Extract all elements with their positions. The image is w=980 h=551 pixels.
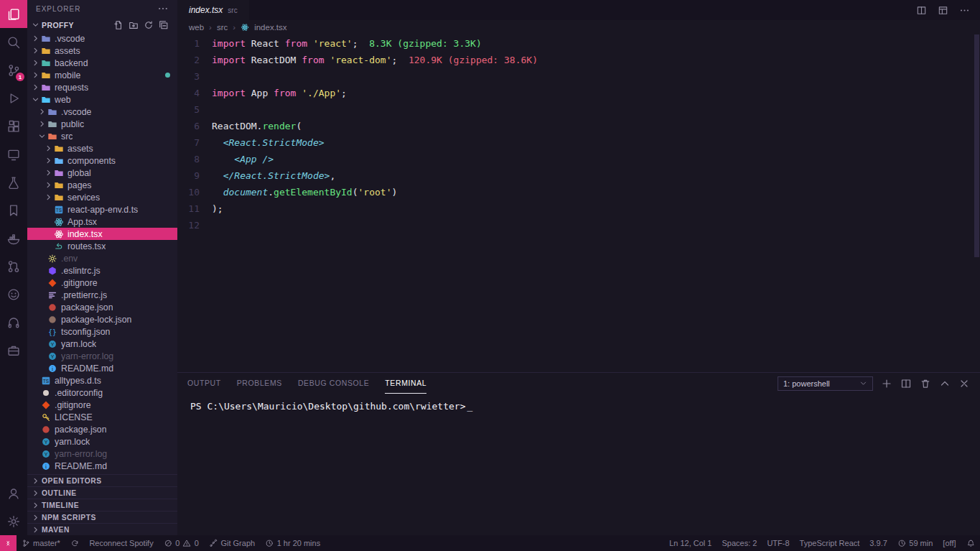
tree-item-mobile[interactable]: mobile xyxy=(27,69,177,81)
tree-item-components[interactable]: components xyxy=(27,154,177,167)
tree-item-pages[interactable]: pages xyxy=(27,179,177,191)
activity-item-remote-explorer[interactable] xyxy=(0,140,27,168)
activity-item-testing[interactable] xyxy=(0,168,27,196)
tree-item-backend[interactable]: backend xyxy=(27,57,177,69)
project-section-header[interactable]: PROFFY xyxy=(27,17,177,32)
tree-item-.vscode[interactable]: .vscode xyxy=(27,32,177,45)
tree-item-.env[interactable]: .env xyxy=(27,252,177,264)
tree-item-yarn-error.log[interactable]: Yyarn-error.log xyxy=(27,350,177,362)
chevron-right-icon[interactable] xyxy=(43,168,53,178)
tree-item-assets[interactable]: assets xyxy=(27,142,177,154)
chevron-down-icon[interactable] xyxy=(37,131,47,142)
more-actions-icon[interactable] xyxy=(959,5,970,16)
status-toggle-off[interactable]: [off] xyxy=(938,535,961,551)
chevron-right-icon[interactable] xyxy=(30,34,40,44)
tab-index-tsx[interactable]: index.tsx src xyxy=(177,0,249,20)
tree-item-.eslintrc.js[interactable]: .eslintrc.js xyxy=(27,264,177,277)
status-notifications[interactable] xyxy=(961,535,980,551)
status-language-mode[interactable]: TypeScript React xyxy=(795,535,865,551)
tree-item-readme.md[interactable]: iREADME.md xyxy=(27,460,177,472)
activity-item-audio[interactable] xyxy=(0,308,27,336)
tree-item-.editorconfig[interactable]: .editorconfig xyxy=(27,386,177,399)
new-folder-icon[interactable] xyxy=(129,20,139,30)
tree-item-yarn.lock[interactable]: Yyarn.lock xyxy=(27,338,177,350)
close-panel-icon[interactable] xyxy=(958,378,970,389)
breadcrumb-item-web[interactable]: web xyxy=(189,23,204,32)
tree-item-readme.md[interactable]: iREADME.md xyxy=(27,362,177,374)
section-npm-scripts[interactable]: NPM SCRIPTS xyxy=(27,511,177,523)
tree-item-src[interactable]: src xyxy=(27,130,177,142)
activity-item-project-manager[interactable] xyxy=(0,336,27,364)
chevron-right-icon[interactable] xyxy=(43,156,53,166)
tree-item-web[interactable]: web xyxy=(27,93,177,106)
breadcrumb-item-src[interactable]: src xyxy=(217,23,228,32)
section-maven[interactable]: MAVEN xyxy=(27,523,177,535)
panel-tab-output[interactable]: OUTPUT xyxy=(187,373,221,394)
status-problems[interactable]: 00 xyxy=(159,535,204,551)
tree-item-package.json[interactable]: package.json xyxy=(27,423,177,435)
activity-item-docker[interactable] xyxy=(0,224,27,252)
customize-layout-icon[interactable] xyxy=(938,5,948,16)
chevron-right-icon[interactable] xyxy=(30,46,40,56)
tree-item-react-app-env.d.ts[interactable]: TSreact-app-env.d.ts xyxy=(27,203,177,216)
tree-item-.vscode[interactable]: .vscode xyxy=(27,106,177,118)
breadcrumb-item-index.tsx[interactable]: index.tsx xyxy=(254,23,286,32)
tree-item-app.tsx[interactable]: App.tsx xyxy=(27,216,177,228)
tree-item-alltypes.d.ts[interactable]: TSalltypes.d.ts xyxy=(27,374,177,386)
split-editor-icon[interactable] xyxy=(916,5,927,16)
activity-item-search[interactable] xyxy=(0,28,27,56)
tree-item-.gitignore[interactable]: .gitignore xyxy=(27,399,177,411)
status-sync[interactable] xyxy=(65,535,85,551)
code-editor[interactable]: 1import React from 'react'; 8.3K (gzippe… xyxy=(177,34,980,372)
editor-scrollbar[interactable] xyxy=(974,34,979,257)
chevron-right-icon[interactable] xyxy=(43,180,53,190)
chevron-right-icon[interactable] xyxy=(37,119,47,129)
tree-item-.gitignore[interactable]: .gitignore xyxy=(27,277,177,289)
activity-item-gitlens[interactable] xyxy=(0,280,27,308)
tree-item-services[interactable]: services xyxy=(27,191,177,203)
tree-item-requests[interactable]: requests xyxy=(27,81,177,93)
terminal[interactable]: PS C:\Users\Mauricio\Desktop\github.com\… xyxy=(177,394,980,535)
section-timeline[interactable]: TIMELINE xyxy=(27,499,177,511)
kill-terminal-icon[interactable] xyxy=(920,378,931,389)
terminal-shell-select[interactable]: 1: powershell xyxy=(778,376,873,391)
new-file-icon[interactable] xyxy=(113,20,123,30)
status-indentation[interactable]: Spaces: 2 xyxy=(717,535,762,551)
tree-item-yarn.lock[interactable]: Yyarn.lock xyxy=(27,435,177,448)
panel-tab-terminal[interactable]: TERMINAL xyxy=(385,373,426,394)
chevron-right-icon[interactable] xyxy=(43,193,53,203)
status-encoding[interactable]: UTF-8 xyxy=(762,535,794,551)
status-time-tracker[interactable]: 1 hr 20 mins xyxy=(260,535,325,551)
activity-item-settings[interactable] xyxy=(0,507,27,535)
status-spotify-reconnect[interactable]: Reconnect Spotify xyxy=(84,535,158,551)
chevron-down-icon[interactable] xyxy=(30,95,40,105)
tree-item-license[interactable]: LICENSE xyxy=(27,411,177,423)
chevron-right-icon[interactable] xyxy=(30,70,40,80)
activity-item-github-pull-requests[interactable] xyxy=(0,252,27,280)
status-remote-indicator[interactable] xyxy=(0,535,17,551)
tree-item-index.tsx[interactable]: index.tsx xyxy=(27,228,177,240)
tree-item-global[interactable]: global xyxy=(27,167,177,179)
tree-item-package.json[interactable]: package.json xyxy=(27,301,177,313)
chevron-right-icon[interactable] xyxy=(37,107,47,117)
tree-item-public[interactable]: public xyxy=(27,118,177,130)
chevron-right-icon[interactable] xyxy=(43,144,53,154)
section-outline[interactable]: OUTLINE xyxy=(27,486,177,499)
activity-item-run-debug[interactable] xyxy=(0,84,27,112)
tree-item-package-lock.json[interactable]: package-lock.json xyxy=(27,313,177,325)
tree-item-tsconfig.json[interactable]: {}tsconfig.json xyxy=(27,325,177,338)
new-terminal-icon[interactable] xyxy=(881,378,892,389)
more-actions-icon[interactable] xyxy=(157,3,169,14)
status-git-branch[interactable]: master* xyxy=(17,535,65,551)
chevron-right-icon[interactable] xyxy=(30,58,40,68)
status-ts-version[interactable]: 3.9.7 xyxy=(864,535,892,551)
section-open-editors[interactable]: OPEN EDITORS xyxy=(27,474,177,486)
activity-item-extensions[interactable] xyxy=(0,112,27,140)
activity-item-bookmarks[interactable] xyxy=(0,196,27,224)
activity-item-accounts[interactable] xyxy=(0,479,27,507)
activity-item-source-control[interactable]: 1 xyxy=(0,56,27,84)
maximize-panel-icon[interactable] xyxy=(939,378,951,389)
status-git-graph[interactable]: Git Graph xyxy=(204,535,260,551)
status-cursor-position[interactable]: Ln 12, Col 1 xyxy=(664,535,717,551)
split-terminal-icon[interactable] xyxy=(900,378,912,389)
